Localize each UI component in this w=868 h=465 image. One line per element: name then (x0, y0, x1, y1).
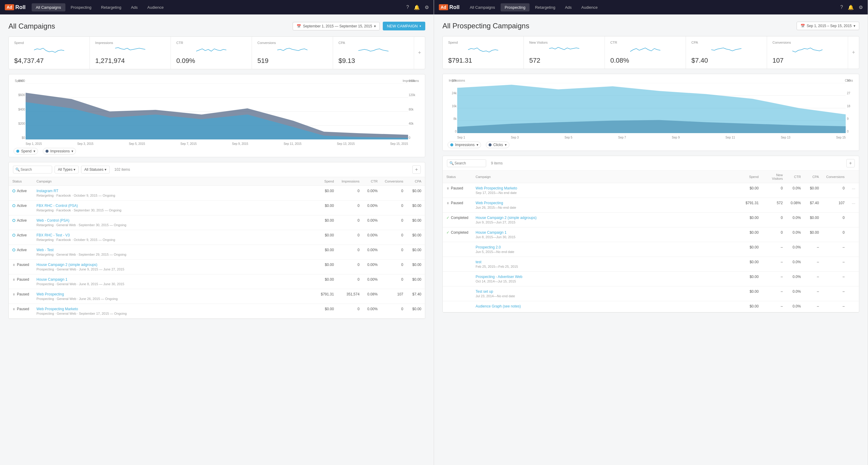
td-newvisitors: – (762, 242, 786, 257)
td-cpa: – (804, 287, 823, 301)
status-active: Active (12, 248, 29, 252)
left-th-impressions: Impressions (338, 177, 363, 186)
td-newvisitors: – (762, 257, 786, 272)
left-chart-legend: Spend ▾ Impressions ▾ (13, 148, 420, 155)
right-x-sep3: Sep 3 (511, 136, 519, 139)
left-x-sep5: Sep 5, 2015 (129, 142, 145, 145)
campaign-link[interactable]: Web - Test (36, 248, 313, 252)
nav-all-campaigns-right[interactable]: All Campaigns (466, 3, 499, 11)
right-content: All Prospecting Campaigns 📅 Sep 1, 2015 … (434, 14, 868, 465)
right-th-campaign: Campaign (472, 171, 741, 183)
td-conversions: 0 (381, 274, 407, 289)
right-th-status: Status (443, 171, 472, 183)
left-table-row: Active FBX RHC - Control (PSA) Retargeti… (9, 201, 425, 215)
nav-ads-left[interactable]: Ads (127, 3, 142, 11)
check-icon: ✓ (446, 230, 450, 235)
logo-icon: Ad (5, 4, 14, 10)
status-paused: ⏸ Paused (12, 277, 29, 281)
left-metric-spend: Spend $4,737.47 (9, 37, 90, 69)
td-conversions: – (823, 301, 848, 312)
campaign-link[interactable]: FBX RHC - Control (PSA) (36, 204, 313, 208)
right-table-row: Prospecting - Advertiser Web Oct 14, 201… (443, 272, 859, 287)
left-new-campaign-btn[interactable]: NEW CAMPAIGN ▾ (383, 22, 425, 30)
nav-ads-right[interactable]: Ads (561, 3, 576, 11)
right-help-icon[interactable]: ? (840, 4, 843, 10)
left-metric-impressions-label: Impressions (95, 41, 165, 44)
right-metric-conversions: Conversions 107 (767, 36, 848, 69)
status-active: Active (12, 233, 29, 237)
campaign-link[interactable]: test (475, 260, 738, 264)
right-legend-clicks[interactable]: Clicks ▾ (486, 141, 509, 148)
campaign-link[interactable]: Web Prospecting Marketo (36, 307, 313, 311)
right-table-add-btn[interactable]: + (846, 159, 855, 167)
td-status (443, 287, 472, 301)
nav-prospecting-left[interactable]: Prospecting (67, 3, 96, 11)
campaign-meta: Jun 8, 2015—Jun 30, 2015 (475, 235, 738, 239)
td-spend: $0.00 (741, 301, 762, 312)
right-metric-newvisitors: New Visitors 572 (524, 36, 605, 69)
right-legend-impressions-label: Impressions (455, 143, 475, 147)
right-metric-add-btn[interactable]: + (848, 36, 859, 69)
td-ctr: 0.0% (786, 183, 804, 198)
calendar-icon-right: 📅 (801, 24, 805, 28)
nav-retargeting-right[interactable]: Retargeting (531, 3, 559, 11)
left-legend-spend[interactable]: Spend ▾ (13, 148, 38, 155)
campaign-link[interactable]: Prospecting - Advertiser Web (475, 275, 738, 279)
campaign-link[interactable]: Web - Control (PSA) (36, 218, 313, 223)
row-actions-btn[interactable]: ··· (852, 201, 855, 206)
right-date-range-btn[interactable]: 📅 Sep 1, 2015 – Sep 15, 2015 ▾ (797, 22, 859, 30)
campaign-link[interactable]: Prospecting 2.0 (475, 245, 738, 250)
td-impressions: 0 (338, 215, 363, 230)
td-ctr: 0.0% (786, 227, 804, 242)
left-filter-status-btn[interactable]: All Statuses ▾ (81, 166, 110, 173)
campaign-link[interactable]: Web Prospecting Marketo (475, 186, 738, 190)
campaign-link[interactable]: Audience Graph (see notes) (475, 304, 738, 308)
left-legend-impressions-dot (45, 150, 49, 153)
right-legend-impressions-dot (450, 143, 453, 146)
td-status: Active (9, 215, 33, 230)
td-impressions: 0 (338, 201, 363, 215)
td-campaign: House Campaign 2 (simple adgroups) Prosp… (33, 260, 316, 274)
status-paused: ⏸ Paused (12, 292, 29, 296)
settings-icon[interactable]: ⚙ (425, 4, 429, 10)
nav-prospecting-right[interactable]: Prospecting (501, 3, 530, 11)
help-icon[interactable]: ? (406, 4, 409, 10)
right-page-header: All Prospecting Campaigns 📅 Sep 1, 2015 … (442, 22, 859, 30)
left-legend-impressions[interactable]: Impressions ▾ (43, 148, 76, 155)
right-bell-icon[interactable]: 🔔 (848, 4, 854, 10)
right-metric-conversions-label: Conversions (772, 41, 842, 44)
campaign-link[interactable]: House Campaign 1 (36, 277, 313, 281)
left-filter-type-btn[interactable]: All Types ▾ (55, 166, 79, 173)
campaign-link[interactable]: House Campaign 1 (475, 230, 738, 235)
campaign-link[interactable]: Web Prospecting (475, 201, 738, 205)
td-spend: $0.00 (316, 201, 338, 215)
nav-all-campaigns-left[interactable]: All Campaigns (32, 3, 65, 11)
left-data-table: Status Campaign Spend Impressions CTR Co… (9, 177, 425, 319)
bell-icon[interactable]: 🔔 (414, 4, 420, 10)
td-cpa: $0.00 (407, 186, 425, 201)
left-metric-add-btn[interactable]: + (414, 37, 425, 69)
right-settings-icon[interactable]: ⚙ (859, 4, 863, 10)
campaign-link[interactable]: Test set up (475, 290, 738, 294)
right-legend-impressions[interactable]: Impressions ▾ (447, 141, 481, 148)
nav-retargeting-left[interactable]: Retargeting (97, 3, 125, 11)
right-logo-text: Roll (450, 4, 460, 10)
td-impressions: 0 (338, 230, 363, 245)
campaign-link[interactable]: Web Prospecting (36, 292, 313, 296)
left-th-campaign: Campaign (33, 177, 316, 186)
campaign-link[interactable]: FBX RHC - Test - V3 (36, 233, 313, 237)
campaign-link[interactable]: House Campaign 2 (simple adgroups) (36, 263, 313, 267)
left-date-chevron: ▾ (374, 24, 376, 28)
right-x-sep5: Sep 5 (564, 136, 572, 139)
row-actions-btn[interactable]: ··· (852, 186, 855, 191)
nav-audience-left[interactable]: Audience (143, 3, 168, 11)
td-ctr: 0.00% (363, 186, 381, 201)
right-legend-clicks-dot (489, 143, 492, 146)
nav-audience-right[interactable]: Audience (577, 3, 602, 11)
left-date-range-btn[interactable]: 📅 September 1, 2015 — September 15, 2015… (293, 22, 379, 30)
campaign-link[interactable]: Instagram RT (36, 189, 313, 193)
left-table-add-btn[interactable]: + (412, 165, 421, 174)
right-metric-cpa-label: CPA (691, 41, 761, 44)
campaign-link[interactable]: House Campaign 2 (simple adgroups) (475, 215, 738, 220)
right-legend-clicks-chevron: ▾ (505, 143, 507, 147)
